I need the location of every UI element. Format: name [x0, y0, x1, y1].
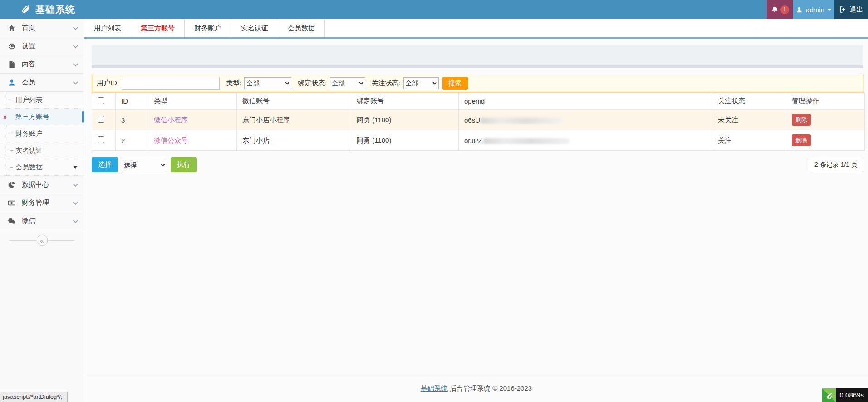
- tab-user-list[interactable]: 用户列表: [84, 19, 131, 37]
- tab-realname-verify[interactable]: 实名认证: [231, 19, 278, 37]
- logout-button[interactable]: 退出: [834, 0, 868, 19]
- delete-button[interactable]: 删除: [792, 134, 811, 146]
- active-arrow-icon: »: [3, 113, 7, 120]
- home-icon: [8, 25, 15, 32]
- cell-bound-account: 阿勇 (1100): [351, 110, 459, 130]
- filter-bar: 用户ID: 类型: 全部 绑定状态: 全部 关注状态: 全部 搜索: [92, 74, 863, 92]
- sidebar-item-members[interactable]: 会员: [0, 74, 84, 92]
- pie-chart-icon: [8, 181, 15, 189]
- submenu-item-label: 第三方账号: [15, 113, 49, 121]
- sidebar-item-content[interactable]: 内容: [0, 55, 84, 74]
- type-select[interactable]: 全部: [244, 77, 291, 89]
- execute-button[interactable]: 执行: [171, 157, 197, 172]
- sidebar-item-data-center[interactable]: 数据中心: [0, 176, 84, 194]
- sidebar-item-user-list[interactable]: 用户列表: [0, 92, 84, 109]
- sidebar-item-member-data[interactable]: 会员数据: [0, 159, 84, 176]
- type-label: 类型:: [226, 79, 241, 88]
- sidebar-item-realname-verify[interactable]: 实名认证: [0, 142, 84, 159]
- notifications-button[interactable]: 1: [767, 0, 793, 19]
- chevron-down-icon: [73, 25, 78, 30]
- sidebar-item-wechat[interactable]: 微信: [0, 212, 84, 230]
- column-header-openid: openid: [459, 93, 712, 110]
- sidebar-item-label: 微信: [22, 217, 35, 225]
- page-load-time: 0.0869s: [836, 388, 868, 402]
- notification-badge: 1: [780, 5, 789, 14]
- sidebar-collapse-button[interactable]: «: [36, 235, 48, 246]
- app-logo: 基础系统: [0, 3, 75, 16]
- user-icon: [8, 79, 15, 86]
- search-button[interactable]: 搜索: [442, 77, 468, 90]
- follow-status-label: 关注状态:: [372, 79, 401, 88]
- row-checkbox[interactable]: [98, 136, 104, 143]
- type-link[interactable]: 微信公众号: [154, 136, 188, 144]
- bind-status-label: 绑定状态:: [298, 79, 327, 88]
- chevron-down-icon: [73, 218, 78, 223]
- cell-openid: orJPZ: [459, 130, 712, 151]
- user-menu-button[interactable]: admin: [793, 0, 834, 19]
- sidebar-item-home[interactable]: 首页: [0, 19, 84, 37]
- top-bar: 基础系统 1 admin 退出: [0, 0, 868, 19]
- bind-status-select[interactable]: 全部: [330, 77, 365, 89]
- sidebar-item-settings[interactable]: 设置: [0, 37, 84, 55]
- chevron-down-icon: [73, 199, 78, 204]
- column-header-wechat-account: 微信账号: [237, 93, 351, 110]
- batch-action-select[interactable]: 选择: [122, 158, 167, 172]
- row-checkbox[interactable]: [98, 116, 104, 123]
- follow-status-select[interactable]: 全部: [403, 77, 439, 89]
- cell-wechat-account: 东门小店小程序: [237, 110, 351, 130]
- bell-icon: [771, 6, 779, 14]
- sidebar-item-label: 首页: [22, 24, 35, 32]
- redacted-openid: [481, 118, 562, 124]
- cell-id: 3: [116, 110, 148, 130]
- page-header-band-shadow: [92, 65, 863, 68]
- cell-openid: o6sU: [459, 110, 712, 130]
- sidebar-member-submenu: 用户列表 » 第三方账号 财务账户 实名认证 会员数据: [0, 92, 84, 176]
- logout-icon: [839, 6, 847, 13]
- gear-icon: [8, 43, 15, 50]
- user-icon: [796, 6, 803, 13]
- sidebar-item-finance-management[interactable]: 财务管理: [0, 194, 84, 212]
- tab-finance-accounts[interactable]: 财务账户: [185, 19, 231, 37]
- chevron-down-icon: [73, 181, 78, 186]
- sidebar-item-label: 财务管理: [22, 199, 49, 207]
- cell-follow-status: 关注: [712, 130, 786, 151]
- column-header-actions: 管理操作: [786, 93, 865, 110]
- column-header-follow-status: 关注状态: [712, 93, 786, 110]
- footer-copyright: 后台管理系统 © 2016-2023: [450, 384, 532, 392]
- app-title: 基础系统: [35, 3, 75, 16]
- thinkphp-leaf-icon[interactable]: [822, 388, 836, 402]
- footer: 基础系统 后台管理系统 © 2016-2023: [84, 377, 868, 402]
- sidebar-item-label: 会员: [22, 78, 35, 87]
- document-icon: [8, 61, 15, 68]
- chevron-down-icon: [73, 79, 78, 84]
- delete-button[interactable]: 删除: [792, 114, 811, 126]
- tab-bar: 用户列表 第三方账号 财务账户 实名认证 会员数据: [84, 19, 868, 39]
- footer-brand-link[interactable]: 基础系统: [421, 384, 448, 392]
- sidebar-item-label: 设置: [22, 42, 35, 50]
- sidebar-item-finance-accounts[interactable]: 财务账户: [0, 125, 84, 142]
- sidebar-item-third-party-accounts[interactable]: » 第三方账号: [0, 109, 84, 125]
- select-all-checkbox[interactable]: [98, 97, 104, 104]
- sidebar-collapse-row: «: [0, 231, 84, 249]
- logout-label: 退出: [850, 5, 863, 14]
- caret-down-icon: [73, 166, 78, 169]
- column-header-bound-account: 绑定账号: [351, 93, 459, 110]
- pagination-summary: 2 条记录 1/1 页: [809, 158, 863, 172]
- submenu-item-label: 会员数据: [15, 163, 43, 172]
- column-header-type: 类型: [148, 93, 237, 110]
- select-button[interactable]: 选择: [92, 157, 118, 172]
- cell-wechat-account: 东门小店: [237, 130, 351, 151]
- batch-action-bar: 选择 选择 执行 2 条记录 1/1 页: [92, 157, 863, 172]
- table-header-row: ID 类型 微信账号 绑定账号 openid 关注状态 管理操作: [92, 93, 865, 110]
- submenu-item-label: 用户列表: [15, 96, 43, 104]
- chevron-down-icon: [73, 43, 78, 48]
- submenu-item-label: 财务账户: [15, 129, 43, 138]
- browser-status-tooltip: javascript:/*artDialog*/;: [0, 392, 68, 402]
- chevron-down-icon: [73, 61, 78, 66]
- main-content: 用户ID: 类型: 全部 绑定状态: 全部 关注状态: 全部 搜索 ID 类型: [84, 39, 868, 402]
- user-id-input[interactable]: [122, 77, 220, 90]
- cell-bound-account: 阿勇 (1100): [351, 130, 459, 151]
- tab-member-data[interactable]: 会员数据: [278, 19, 325, 37]
- tab-third-party-accounts[interactable]: 第三方账号: [131, 19, 185, 37]
- type-link[interactable]: 微信小程序: [154, 116, 188, 124]
